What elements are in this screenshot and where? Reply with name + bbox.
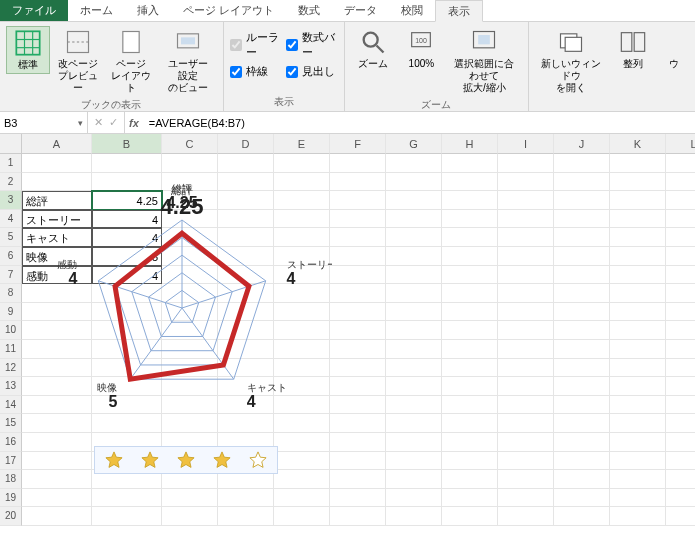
cell-K11[interactable] <box>610 340 666 359</box>
col-header-E[interactable]: E <box>274 134 330 154</box>
cell-G17[interactable] <box>386 452 442 471</box>
tab-insert[interactable]: 挿入 <box>125 0 171 21</box>
cell-J19[interactable] <box>554 489 610 508</box>
formulabar-checkbox[interactable]: 数式バー <box>286 30 338 60</box>
cell-G5[interactable] <box>386 228 442 247</box>
col-header-H[interactable]: H <box>442 134 498 154</box>
tab-review[interactable]: 校閲 <box>389 0 435 21</box>
cell-I10[interactable] <box>498 321 554 340</box>
cell-G1[interactable] <box>386 154 442 173</box>
cell-I13[interactable] <box>498 377 554 396</box>
cell-H16[interactable] <box>442 433 498 452</box>
cell-I9[interactable] <box>498 303 554 322</box>
cell-G6[interactable] <box>386 247 442 266</box>
cell-F11[interactable] <box>330 340 386 359</box>
cell-C19[interactable] <box>162 489 218 508</box>
cell-J20[interactable] <box>554 507 610 526</box>
cell-H2[interactable] <box>442 173 498 192</box>
cell-K10[interactable] <box>610 321 666 340</box>
cell-J8[interactable] <box>554 284 610 303</box>
cell-B19[interactable] <box>92 489 162 508</box>
formula-cancel-icon[interactable]: ✕ <box>94 116 103 129</box>
freeze-button[interactable]: ウ <box>659 26 689 72</box>
cell-J15[interactable] <box>554 414 610 433</box>
cell-H6[interactable] <box>442 247 498 266</box>
cell-L3[interactable] <box>666 191 695 210</box>
cell-E19[interactable] <box>274 489 330 508</box>
spreadsheet-grid[interactable]: 1234567891011121314151617181920 ABCDEFGH… <box>0 134 695 540</box>
cell-I6[interactable] <box>498 247 554 266</box>
cell-K12[interactable] <box>610 359 666 378</box>
cell-H14[interactable] <box>442 396 498 415</box>
cell-J4[interactable] <box>554 210 610 229</box>
col-header-J[interactable]: J <box>554 134 610 154</box>
row-header-3[interactable]: 3 <box>0 191 22 210</box>
cell-I20[interactable] <box>498 507 554 526</box>
col-header-I[interactable]: I <box>498 134 554 154</box>
cell-J10[interactable] <box>554 321 610 340</box>
tab-pagelayout[interactable]: ページ レイアウト <box>171 0 286 21</box>
cell-K13[interactable] <box>610 377 666 396</box>
row-header-4[interactable]: 4 <box>0 210 22 229</box>
cell-I15[interactable] <box>498 414 554 433</box>
cell-H13[interactable] <box>442 377 498 396</box>
cell-G12[interactable] <box>386 359 442 378</box>
cell-J2[interactable] <box>554 173 610 192</box>
cell-H11[interactable] <box>442 340 498 359</box>
cell-I7[interactable] <box>498 266 554 285</box>
cell-L8[interactable] <box>666 284 695 303</box>
row-header-6[interactable]: 6 <box>0 247 22 266</box>
cell-K7[interactable] <box>610 266 666 285</box>
cell-I18[interactable] <box>498 470 554 489</box>
gridlines-checkbox[interactable]: 枠線 <box>230 64 282 79</box>
cell-F5[interactable] <box>330 228 386 247</box>
zoom-button[interactable]: ズーム <box>351 26 395 72</box>
cell-J5[interactable] <box>554 228 610 247</box>
row-header-9[interactable]: 9 <box>0 303 22 322</box>
cell-F16[interactable] <box>330 433 386 452</box>
cell-F18[interactable] <box>330 470 386 489</box>
headings-checkbox[interactable]: 見出し <box>286 64 338 79</box>
cell-H4[interactable] <box>442 210 498 229</box>
col-header-D[interactable]: D <box>218 134 274 154</box>
cell-G20[interactable] <box>386 507 442 526</box>
row-header-1[interactable]: 1 <box>0 154 22 173</box>
tab-file[interactable]: ファイル <box>0 0 68 21</box>
row-header-12[interactable]: 12 <box>0 359 22 378</box>
cell-K5[interactable] <box>610 228 666 247</box>
cell-J7[interactable] <box>554 266 610 285</box>
cell-K17[interactable] <box>610 452 666 471</box>
cell-F3[interactable] <box>330 191 386 210</box>
cell-L10[interactable] <box>666 321 695 340</box>
cell-H1[interactable] <box>442 154 498 173</box>
view-normal-button[interactable]: 標準 <box>6 26 50 74</box>
cell-G19[interactable] <box>386 489 442 508</box>
row-header-11[interactable]: 11 <box>0 340 22 359</box>
cell-J18[interactable] <box>554 470 610 489</box>
arrange-button[interactable]: 整列 <box>611 26 655 72</box>
cell-F17[interactable] <box>330 452 386 471</box>
cell-L2[interactable] <box>666 173 695 192</box>
cell-B20[interactable] <box>92 507 162 526</box>
col-header-L[interactable]: L <box>666 134 695 154</box>
ruler-checkbox[interactable]: ルーラー <box>230 30 282 60</box>
cell-J9[interactable] <box>554 303 610 322</box>
cell-J17[interactable] <box>554 452 610 471</box>
cell-K4[interactable] <box>610 210 666 229</box>
row-header-7[interactable]: 7 <box>0 266 22 285</box>
cell-F13[interactable] <box>330 377 386 396</box>
cell-F14[interactable] <box>330 396 386 415</box>
row-header-2[interactable]: 2 <box>0 173 22 192</box>
row-header-13[interactable]: 13 <box>0 377 22 396</box>
cell-L12[interactable] <box>666 359 695 378</box>
view-pagebreak-button[interactable]: 改ページ プレビュー <box>54 26 103 96</box>
cell-I3[interactable] <box>498 191 554 210</box>
cell-K2[interactable] <box>610 173 666 192</box>
formula-input[interactable]: =AVERAGE(B4:B7) <box>143 112 695 133</box>
name-box[interactable]: B3 <box>0 112 88 133</box>
cell-I19[interactable] <box>498 489 554 508</box>
cell-H19[interactable] <box>442 489 498 508</box>
cell-K20[interactable] <box>610 507 666 526</box>
cell-L9[interactable] <box>666 303 695 322</box>
col-header-C[interactable]: C <box>162 134 218 154</box>
